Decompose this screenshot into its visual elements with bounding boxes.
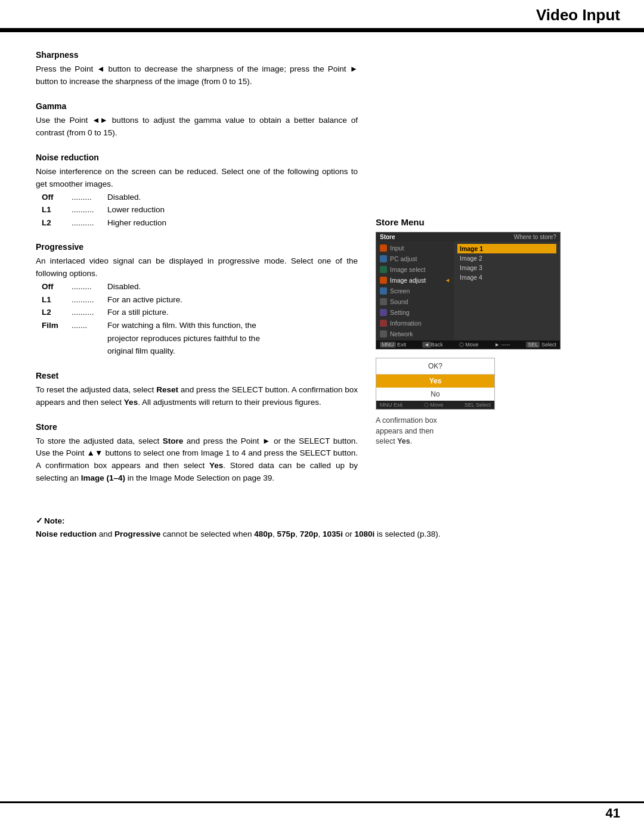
list-item: L1..........Lower reduction — [42, 203, 358, 216]
section-gamma: Gamma Use the Point ◄► buttons to adjust… — [36, 101, 358, 140]
list-item: projector reproduces pictures faithful t… — [107, 332, 358, 345]
noise-reduction-list: Off.........Disabled. L1..........Lower … — [42, 191, 358, 230]
list-item: L1..........For an active picture. — [42, 293, 358, 306]
menu-right-image2: Image 2 — [457, 253, 556, 263]
note-title: Note: — [36, 516, 620, 525]
sharpness-body: Press the Point ◄ button to decrease the… — [36, 63, 358, 88]
noise-reduction-body: Noise interference on the screen can be … — [36, 166, 358, 191]
image-select-icon — [380, 266, 387, 273]
menu-item-image-select: Image select — [376, 264, 454, 275]
right-column: Store Menu Store Where to store? Input P… — [376, 50, 578, 498]
section-store: Store To store the adjusted data, select… — [36, 422, 358, 485]
gamma-body: Use the Point ◄► buttons to adjust the g… — [36, 114, 358, 140]
menu-item-pc-adjust: PC adjust — [376, 253, 454, 264]
section-progressive: Progressive An interlaced video signal c… — [36, 242, 358, 357]
menu-bottom-bar: MNU Exit ◄Back ⬡ Move ► ----- SEL Select — [376, 340, 560, 349]
section-sharpness: Sharpness Press the Point ◄ button to de… — [36, 50, 358, 88]
confirm-bottom-bar: MNU Exit ⬡ Move SEL Select — [376, 401, 494, 409]
page-header: Video Input — [0, 0, 644, 30]
menu-right-image3: Image 3 — [457, 263, 556, 272]
sound-icon — [380, 298, 387, 305]
list-item: Off.........Disabled. — [42, 280, 358, 293]
section-noise-reduction: Noise reduction Noise interference on th… — [36, 153, 358, 230]
noise-reduction-title: Noise reduction — [36, 153, 358, 162]
list-item: L2..........For a still picture. — [42, 306, 358, 319]
note-body: Noise reduction and Progressive cannot b… — [36, 528, 620, 541]
menu-right-image4: Image 4 — [457, 272, 556, 282]
menu-top-bar: Store Where to store? — [376, 233, 560, 241]
menu-right-panel: Image 1 Stored Image 2 Image 3 Image 4 — [454, 241, 560, 340]
menu-item-information: Information — [376, 318, 454, 329]
confirmation-box: OK? Yes No MNU Exit ⬡ Move SEL Select — [376, 358, 495, 410]
confirm-yes-label: Yes — [376, 374, 494, 388]
menu-item-setting: Setting — [376, 307, 454, 318]
note-section: Note: Noise reduction and Progressive ca… — [0, 516, 644, 553]
gamma-title: Gamma — [36, 101, 358, 111]
progressive-list: Off.........Disabled. L1..........For an… — [42, 280, 358, 358]
main-content: Sharpness Press the Point ◄ button to de… — [0, 32, 644, 510]
page-number: 41 — [606, 806, 620, 821]
reset-title: Reset — [36, 371, 358, 380]
menu-item-image-adjust: Image adjust ◄ — [376, 275, 454, 286]
section-reset: Reset To reset the adjusted data, select… — [36, 371, 358, 409]
store-menu-title: Store Menu — [376, 217, 578, 227]
menu-store-label: Store — [380, 234, 395, 240]
pc-adjust-icon — [380, 255, 387, 262]
sharpness-title: Sharpness — [36, 50, 358, 60]
list-item: L2..........Higher reduction — [42, 216, 358, 230]
menu-where-label: Where to store? — [514, 234, 556, 240]
store-menu-screenshot: Store Where to store? Input PC adjust I — [376, 232, 561, 349]
image-adjust-icon — [380, 277, 387, 284]
list-item: Film.......For watching a film. With thi… — [42, 319, 358, 332]
store-body: To store the adjusted data, select Store… — [36, 435, 358, 485]
store-title: Store — [36, 422, 358, 432]
list-item: Off.........Disabled. — [42, 191, 358, 204]
progressive-body: An interlaced video signal can be displa… — [36, 255, 358, 280]
menu-body: Input PC adjust Image select Image adjus… — [376, 241, 560, 340]
screen-icon — [380, 287, 387, 295]
list-item: original film quality. — [107, 345, 358, 358]
page-title: Video Input — [536, 6, 620, 24]
left-column: Sharpness Press the Point ◄ button to de… — [36, 50, 358, 498]
menu-left-panel: Input PC adjust Image select Image adjus… — [376, 241, 454, 340]
confirm-ok-label: OK? — [376, 358, 494, 374]
menu-item-input: Input — [376, 243, 454, 253]
network-icon — [380, 330, 387, 337]
input-icon — [380, 244, 387, 252]
setting-icon — [380, 309, 387, 316]
menu-right-image1: Image 1 Stored — [457, 244, 556, 253]
progressive-title: Progressive — [36, 242, 358, 252]
confirm-caption: A confirmation boxappears and thenselect… — [376, 416, 578, 447]
bottom-divider — [0, 801, 644, 803]
confirm-no-label: No — [376, 388, 494, 401]
information-icon — [380, 320, 387, 327]
menu-item-sound: Sound — [376, 296, 454, 307]
reset-body: To reset the adjusted data, select Reset… — [36, 384, 358, 409]
menu-item-screen: Screen — [376, 286, 454, 296]
menu-item-network: Network — [376, 329, 454, 339]
